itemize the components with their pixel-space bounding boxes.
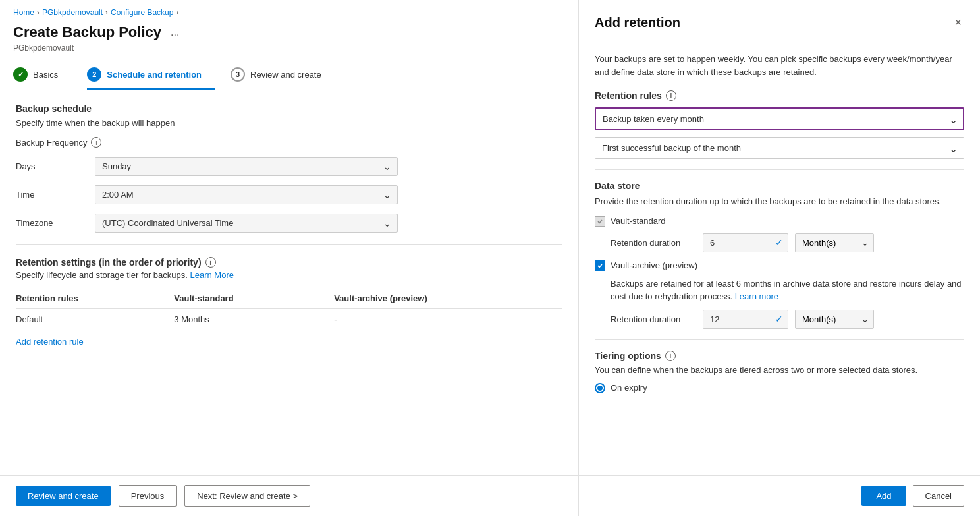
- left-panel-footer: Review and create Previous Next: Review …: [0, 475, 578, 516]
- timezone-select[interactable]: (UTC) Coordinated Universal Time: [95, 214, 398, 233]
- panel-divider1: [595, 169, 964, 170]
- time-row: Time 2:00 AM: [16, 185, 562, 204]
- vault-standard-label: Vault-standard: [611, 216, 666, 226]
- breadcrumb-home[interactable]: Home: [13, 8, 34, 17]
- tab-review-num: 3: [231, 67, 245, 82]
- timezone-select-wrapper: (UTC) Coordinated Universal Time: [95, 214, 398, 233]
- panel-divider2: [595, 339, 964, 340]
- col-vault-archive: Vault-archive (preview): [327, 288, 562, 309]
- vault-standard-duration-check-icon: ✓: [775, 237, 783, 248]
- panel-retention-rules-info-icon: i: [666, 90, 676, 101]
- tiering-info-icon: i: [665, 351, 676, 361]
- backup-schedule-desc: Specify time when the backup will happen: [16, 118, 562, 128]
- retention-dropdown1[interactable]: Backup taken every month: [595, 107, 964, 130]
- days-label: Days: [16, 161, 95, 171]
- retention-dropdown1-wrapper: Backup taken every month: [595, 107, 964, 130]
- backup-schedule-title: Backup schedule: [16, 103, 562, 114]
- breadcrumb-sep3: ›: [176, 8, 178, 17]
- tab-schedule[interactable]: 2 Schedule and retention: [87, 61, 215, 90]
- row-vault-archive-val: -: [327, 309, 562, 330]
- tabs-bar: ✓ Basics 2 Schedule and retention 3 Revi…: [0, 61, 578, 90]
- retention-table: Retention rules Vault-standard Vault-arc…: [16, 288, 562, 330]
- tab-schedule-label: Schedule and retention: [107, 70, 202, 80]
- backup-frequency-label: Backup Frequency i: [16, 137, 562, 148]
- main-content: Backup schedule Specify time when the ba…: [0, 90, 578, 475]
- learn-more-link[interactable]: Learn More: [190, 270, 233, 280]
- right-panel: Add retention × Your backups are set to …: [578, 0, 980, 516]
- archive-learn-more-link[interactable]: Learn more: [735, 291, 778, 301]
- retention-dropdown2[interactable]: First successful backup of the month: [595, 137, 964, 159]
- vault-archive-checkbox[interactable]: [595, 260, 605, 271]
- vault-archive-duration-input-wrap: ✓: [703, 310, 788, 329]
- on-expiry-radio-row: On expiry: [595, 383, 964, 393]
- tab-review[interactable]: 3 Review and create: [231, 61, 335, 90]
- panel-title: Add retention: [595, 15, 680, 30]
- col-vault-standard: Vault-standard: [167, 288, 327, 309]
- vault-archive-duration-check-icon: ✓: [775, 314, 783, 324]
- row-vault-standard-val: 3 Months: [167, 309, 327, 330]
- days-select[interactable]: Sunday: [95, 157, 398, 176]
- section-divider: [16, 244, 562, 245]
- panel-content: Your backups are set to happen weekly. Y…: [579, 42, 980, 475]
- ellipsis-button[interactable]: ...: [167, 25, 183, 40]
- vault-standard-duration-row: Retention duration ✓ Month(s): [611, 233, 964, 252]
- vault-archive-unit-select[interactable]: Month(s): [795, 310, 874, 329]
- vault-archive-unit-wrap: Month(s): [795, 310, 874, 329]
- time-select[interactable]: 2:00 AM: [95, 185, 398, 204]
- tab-basics-num: ✓: [13, 67, 28, 82]
- on-expiry-label: On expiry: [611, 383, 647, 393]
- breadcrumb-vault[interactable]: PGbkpdemovault: [42, 8, 103, 17]
- on-expiry-radio[interactable]: [595, 383, 605, 393]
- breadcrumb-sep1: ›: [37, 8, 40, 17]
- vault-archive-duration-row: Retention duration ✓ Month(s): [611, 310, 964, 329]
- panel-description: Your backups are set to happen weekly. Y…: [595, 53, 964, 78]
- breadcrumb-sep2: ›: [105, 8, 108, 17]
- retention-info-icon: i: [205, 257, 216, 268]
- time-select-wrapper: 2:00 AM: [95, 185, 398, 204]
- vault-standard-duration-label: Retention duration: [611, 238, 696, 248]
- tiering-title: Tiering options i: [595, 351, 964, 361]
- retention-settings-desc: Specify lifecycle and storage tier for b…: [16, 270, 562, 280]
- panel-retention-rules-title: Retention rules i: [595, 90, 964, 101]
- timezone-row: Timezone (UTC) Coordinated Universal Tim…: [16, 214, 562, 233]
- panel-header: Add retention ×: [579, 0, 980, 42]
- close-button[interactable]: ×: [952, 13, 964, 32]
- timezone-label: Timezone: [16, 218, 95, 228]
- tab-basics[interactable]: ✓ Basics: [13, 61, 71, 90]
- add-retention-rule-link[interactable]: Add retention rule: [16, 337, 84, 347]
- tab-review-label: Review and create: [250, 70, 321, 80]
- retention-dropdown2-wrapper: First successful backup of the month: [595, 137, 964, 159]
- left-panel: Home › PGbkpdemovault › Configure Backup…: [0, 0, 578, 516]
- datastore-title: Data store: [595, 181, 964, 191]
- backup-frequency-info-icon: i: [91, 137, 101, 148]
- vault-standard-checkbox-row: Vault-standard: [595, 216, 964, 227]
- page-title: Create Backup Policy: [13, 24, 161, 41]
- breadcrumb-configure[interactable]: Configure Backup: [111, 8, 173, 17]
- vault-standard-unit-wrap: Month(s): [795, 233, 874, 252]
- add-button[interactable]: Add: [861, 486, 906, 506]
- days-select-wrapper: Sunday: [95, 157, 398, 176]
- next-button[interactable]: Next: Review and create >: [184, 485, 310, 507]
- previous-button[interactable]: Previous: [119, 485, 177, 507]
- vault-archive-duration-label: Retention duration: [611, 314, 696, 324]
- breadcrumb: Home › PGbkpdemovault › Configure Backup…: [0, 0, 578, 21]
- cancel-button[interactable]: Cancel: [913, 485, 964, 507]
- tab-schedule-num: 2: [87, 67, 101, 82]
- review-create-button[interactable]: Review and create: [16, 486, 111, 506]
- panel-footer: Add Cancel: [579, 475, 980, 516]
- datastore-desc: Provide the retention duration up to whi…: [595, 195, 964, 208]
- archive-note: Backups are retained for at least 6 mont…: [611, 277, 964, 303]
- vault-archive-label: Vault-archive (preview): [611, 260, 697, 270]
- vault-standard-duration-input-wrap: ✓: [703, 233, 788, 252]
- retention-settings-title: Retention settings (in the order of prio…: [16, 257, 562, 268]
- vault-standard-checkbox: [595, 216, 605, 227]
- page-subtitle: PGbkpdemovault: [0, 43, 578, 61]
- col-retention-rules: Retention rules: [16, 288, 167, 309]
- days-row: Days Sunday: [16, 157, 562, 176]
- vault-standard-unit-select[interactable]: Month(s): [795, 233, 874, 252]
- row-rule-name: Default: [16, 309, 167, 330]
- tab-basics-label: Basics: [33, 70, 58, 80]
- table-row: Default 3 Months -: [16, 309, 562, 330]
- tiering-desc: You can define when the backups are tier…: [595, 365, 964, 375]
- vault-archive-checkbox-row: Vault-archive (preview): [595, 260, 964, 271]
